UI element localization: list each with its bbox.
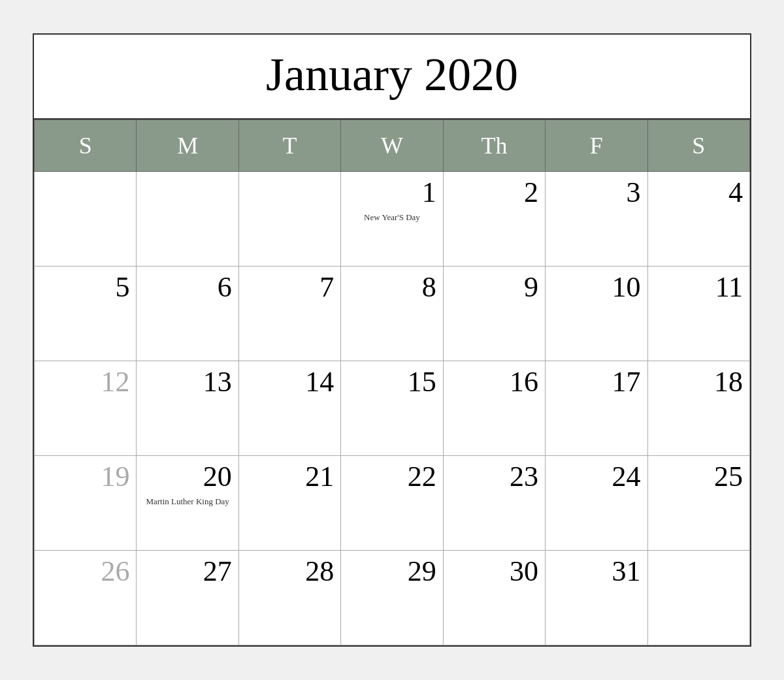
calendar-cell: 15 bbox=[341, 361, 443, 456]
calendar-week-4: 1920Martin Luther King Day2122232425 bbox=[35, 456, 750, 551]
calendar-cell: 6 bbox=[137, 267, 238, 361]
calendar-week-5: 262728293031 bbox=[35, 551, 750, 645]
calendar-cell: 27 bbox=[137, 551, 238, 645]
day-number: 22 bbox=[348, 461, 436, 493]
day-header-m: M bbox=[137, 120, 238, 172]
day-number: 5 bbox=[41, 272, 129, 303]
day-number: 17 bbox=[552, 366, 640, 398]
day-number: 19 bbox=[41, 461, 129, 493]
day-number: 10 bbox=[552, 272, 640, 303]
calendar-cell: 26 bbox=[35, 551, 137, 645]
day-number: 27 bbox=[143, 556, 231, 587]
day-number: 7 bbox=[246, 272, 334, 303]
day-number: 16 bbox=[450, 366, 538, 398]
day-number: 14 bbox=[246, 366, 334, 398]
calendar-cell: 4 bbox=[647, 172, 749, 267]
day-header-t: T bbox=[238, 120, 340, 172]
day-number: 11 bbox=[655, 272, 743, 303]
day-header-th: Th bbox=[443, 120, 545, 172]
calendar-cell: 12 bbox=[35, 361, 137, 456]
calendar-cell: 30 bbox=[443, 551, 545, 645]
day-number: 3 bbox=[552, 177, 640, 208]
day-number: 15 bbox=[348, 366, 436, 398]
calendar-cell: 28 bbox=[238, 551, 340, 645]
holiday-label: New Year'S Day bbox=[348, 212, 436, 223]
calendar-cell bbox=[137, 172, 238, 267]
day-number: 4 bbox=[655, 177, 743, 208]
calendar-cell: 29 bbox=[341, 551, 443, 645]
day-number: 13 bbox=[143, 366, 231, 398]
calendar-cell: 20Martin Luther King Day bbox=[137, 456, 238, 551]
calendar-cell: 16 bbox=[443, 361, 545, 456]
day-header-s: S bbox=[35, 120, 137, 172]
day-number: 20 bbox=[143, 461, 231, 493]
day-number: 1 bbox=[348, 177, 436, 208]
calendar-cell: 24 bbox=[546, 456, 647, 551]
day-number: 9 bbox=[450, 272, 538, 303]
day-number: 8 bbox=[348, 272, 436, 303]
calendar-cell: 17 bbox=[546, 361, 647, 456]
day-number: 6 bbox=[143, 272, 231, 303]
calendar-cell: 9 bbox=[443, 267, 545, 361]
calendar-cell: 22 bbox=[341, 456, 443, 551]
calendar-week-3: 12131415161718 bbox=[35, 361, 750, 456]
calendar-cell: 10 bbox=[546, 267, 647, 361]
calendar-cell: 5 bbox=[35, 267, 137, 361]
day-number: 31 bbox=[552, 556, 640, 587]
day-number: 26 bbox=[41, 556, 129, 587]
calendar-cell: 14 bbox=[238, 361, 340, 456]
day-header-w: W bbox=[341, 120, 443, 172]
calendar-week-2: 567891011 bbox=[35, 267, 750, 361]
calendar-week-1: 1New Year'S Day234 bbox=[35, 172, 750, 267]
calendar-cell: 25 bbox=[647, 456, 749, 551]
calendar-cell bbox=[238, 172, 340, 267]
calendar-cell: 13 bbox=[137, 361, 238, 456]
calendar-cell: 2 bbox=[443, 172, 545, 267]
day-number: 18 bbox=[655, 366, 743, 398]
calendar-cell: 3 bbox=[546, 172, 647, 267]
calendar-cell bbox=[35, 172, 137, 267]
calendar-cell: 8 bbox=[341, 267, 443, 361]
day-number: 21 bbox=[246, 461, 334, 493]
day-number: 28 bbox=[246, 556, 334, 587]
day-number: 30 bbox=[450, 556, 538, 587]
day-number: 12 bbox=[41, 366, 129, 398]
day-header-row: SMTWThFS bbox=[35, 120, 750, 172]
calendar-cell: 23 bbox=[443, 456, 545, 551]
day-header-f: F bbox=[546, 120, 647, 172]
calendar-cell: 31 bbox=[546, 551, 647, 645]
calendar-cell: 7 bbox=[238, 267, 340, 361]
calendar-cell: 1New Year'S Day bbox=[341, 172, 443, 267]
day-number: 2 bbox=[450, 177, 538, 208]
calendar-cell bbox=[647, 551, 749, 645]
calendar-title: January 2020 bbox=[34, 35, 750, 120]
day-number: 25 bbox=[655, 461, 743, 493]
calendar-container: January 2020 SMTWThFS 1New Year'S Day234… bbox=[33, 33, 751, 647]
day-number: 24 bbox=[552, 461, 640, 493]
day-header-s: S bbox=[647, 120, 749, 172]
day-number: 23 bbox=[450, 461, 538, 493]
calendar-cell: 11 bbox=[647, 267, 749, 361]
holiday-label: Martin Luther King Day bbox=[143, 496, 231, 508]
calendar-cell: 19 bbox=[35, 456, 137, 551]
calendar-cell: 18 bbox=[647, 361, 749, 456]
day-number: 29 bbox=[348, 556, 436, 587]
calendar-grid: SMTWThFS 1New Year'S Day2345678910111213… bbox=[34, 120, 750, 645]
calendar-cell: 21 bbox=[238, 456, 340, 551]
